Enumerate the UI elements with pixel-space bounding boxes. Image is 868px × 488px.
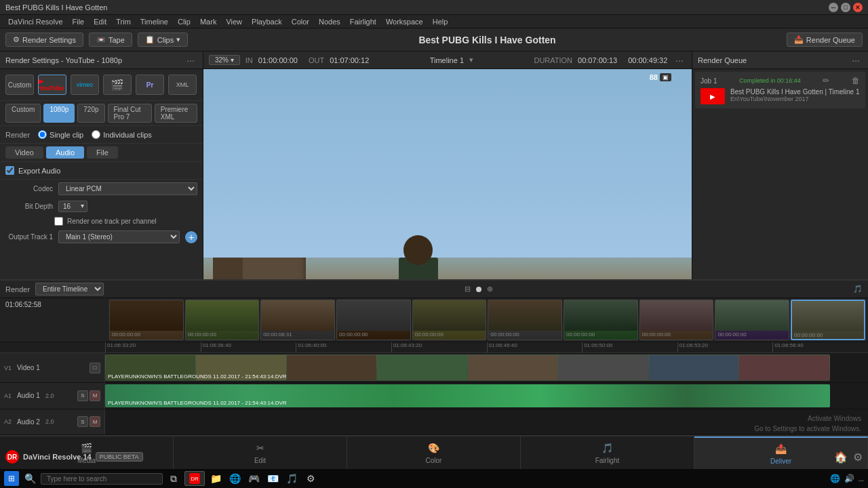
ruler-mark-4: 01:06:43:20: [391, 342, 487, 352]
clip-thumb-9[interactable]: 00:00:00:00 H.264: [715, 300, 789, 340]
taskbar-network-icon[interactable]: 🌐: [830, 474, 840, 483]
taskbar-task-view-icon[interactable]: ⧉: [165, 470, 182, 487]
taskbar-icon-music[interactable]: 🎵: [283, 470, 300, 487]
clip-thumb-5[interactable]: 00:00:00:00 H.264: [412, 300, 487, 340]
a2-m-button[interactable]: M: [90, 416, 100, 427]
settings-icon[interactable]: ⚙: [853, 451, 863, 464]
tab-video[interactable]: Video: [5, 146, 43, 159]
clip-thumb-6[interactable]: 00:00:00:00 H.264: [488, 300, 562, 340]
final-cut-button[interactable]: Final Cut Pro 7: [108, 104, 152, 123]
codec-select[interactable]: Linear PCM: [58, 182, 197, 195]
menu-workspace[interactable]: Workspace: [382, 16, 427, 27]
v1-controls: □: [90, 363, 100, 373]
v1-clip[interactable]: PLAYERUNKNOWN'S BATTLEGROUNDS 11.02.2017…: [105, 354, 830, 381]
menu-view[interactable]: View: [222, 16, 246, 27]
render-queue-menu-button[interactable]: ···: [849, 55, 863, 66]
timeline-ruler: 01:06:33:20 01:06:36:40 01:06:40:00 01:0…: [0, 342, 868, 353]
menu-timeline[interactable]: Timeline: [136, 16, 172, 27]
premiere-xml-preset-button[interactable]: XML: [168, 75, 197, 95]
job-edit-icon[interactable]: ✏: [823, 76, 829, 85]
clip-time-6: 00:00:00:00: [488, 331, 561, 338]
menu-davinci[interactable]: DaVinci Resolve: [4, 16, 67, 27]
tab-file[interactable]: File: [87, 146, 118, 159]
clip-thumb-3[interactable]: 00:00:08:31 H.264: [260, 300, 335, 340]
export-audio-checkbox[interactable]: [5, 166, 14, 175]
v1-mute-button[interactable]: □: [90, 363, 100, 373]
timeline-area: Render Entire Timeline ⊟ ⊕ 🎵 01:06:52:58…: [0, 279, 868, 435]
premiere-xml-size-button[interactable]: Premiere XML: [155, 104, 197, 123]
taskbar-icon-game[interactable]: 🎮: [245, 470, 262, 487]
taskbar-time: ...: [859, 475, 864, 483]
taskbar-volume-icon[interactable]: 🔊: [844, 474, 854, 483]
clip-thumb-2[interactable]: 00:00:00:00 H.264: [185, 300, 260, 340]
tab-fairlight[interactable]: 🎵 Fairlight: [521, 436, 694, 469]
menu-help[interactable]: Help: [429, 16, 452, 27]
maximize-button[interactable]: □: [841, 3, 850, 12]
menu-nodes[interactable]: Nodes: [315, 16, 344, 27]
bit-depth-value[interactable]: 16 ▾: [58, 201, 87, 212]
render-settings-button[interactable]: ⚙ Render Settings: [5, 33, 83, 47]
menu-color[interactable]: Color: [288, 16, 313, 27]
taskbar-icon-mail[interactable]: 📧: [264, 470, 281, 487]
job-delete-icon[interactable]: 🗑: [852, 76, 860, 85]
clip-thumb-10[interactable]: 00:00:00:00 H.264: [791, 300, 865, 340]
taskbar-icon-chrome[interactable]: 🌐: [226, 470, 243, 487]
individual-clips-option[interactable]: Individual clips: [92, 130, 152, 139]
tab-audio[interactable]: Audio: [46, 146, 84, 159]
film-preset-button[interactable]: 🎬: [103, 75, 132, 95]
menu-clip[interactable]: Clip: [174, 16, 195, 27]
clip-thumb-7[interactable]: 00:00:00:00 H.264: [564, 300, 638, 340]
clip-thumb-4[interactable]: 00:00:00:00 H.264: [336, 300, 411, 340]
clip-codec-1: H.264: [110, 338, 183, 340]
home-icon[interactable]: 🏠: [834, 451, 848, 464]
taskbar-icon-settings[interactable]: ⚙: [302, 470, 319, 487]
720p-button[interactable]: 720p: [77, 104, 104, 123]
taskbar-icon-explorer[interactable]: 📁: [208, 470, 224, 487]
a1-m-button[interactable]: M: [90, 390, 100, 401]
taskbar-app-davinci[interactable]: DR: [184, 471, 205, 486]
1080p-button[interactable]: 1080p: [43, 104, 75, 123]
menu-trim[interactable]: Trim: [112, 16, 135, 27]
clips-button[interactable]: 📋 Clips ▾: [138, 33, 188, 47]
menu-playback[interactable]: Playback: [248, 16, 286, 27]
custom-preset-button[interactable]: Custom: [5, 75, 34, 95]
render-queue-button[interactable]: 📥 Render Queue: [787, 33, 863, 47]
render-one-track-checkbox[interactable]: [54, 217, 63, 226]
zoom-control[interactable]: 32% ▾: [209, 55, 240, 65]
youtube-preset-button[interactable]: ▶ YouTube: [38, 75, 66, 95]
clip-thumb-8[interactable]: 00:00:00:00 H.264: [639, 300, 714, 340]
a1-s-button[interactable]: S: [77, 390, 88, 401]
youtube-thumb-icon: ▶: [710, 93, 715, 100]
tape-button[interactable]: 📼 Tape: [89, 33, 132, 47]
vimeo-preset-button[interactable]: vimeo: [71, 75, 99, 95]
windows-icon: ⊞: [8, 474, 15, 483]
zoom-thumb[interactable]: [476, 287, 481, 292]
menu-fairlight[interactable]: Fairlight: [346, 16, 380, 27]
single-clip-option[interactable]: Single clip: [38, 130, 83, 139]
taskbar-search-input[interactable]: [41, 473, 163, 485]
render-settings-menu-button[interactable]: ···: [184, 55, 197, 66]
preview-menu-button[interactable]: ···: [673, 55, 686, 66]
tab-color[interactable]: 🎨 Color: [347, 436, 521, 469]
a1-clip[interactable]: PLAYERUNKNOWN'S BATTLEGROUNDS 11.02.2017…: [105, 384, 830, 407]
job-id: Job 1: [701, 77, 717, 85]
toolbar-right: 📥 Render Queue: [787, 33, 863, 47]
output-track-select[interactable]: Main 1 (Stereo): [58, 230, 180, 243]
menu-edit[interactable]: Edit: [90, 16, 111, 27]
menu-file[interactable]: File: [68, 16, 89, 27]
clip-thumb-1[interactable]: 00:00:00:00 H.264: [109, 300, 184, 340]
premiere-preset-button[interactable]: Pr: [136, 75, 164, 95]
a2-s-button[interactable]: S: [77, 416, 88, 427]
clip-time-5: 00:00:00:00: [413, 331, 486, 338]
menu-mark[interactable]: Mark: [196, 16, 220, 27]
zoom-in-icon[interactable]: ⊕: [487, 285, 493, 293]
zoom-out-icon[interactable]: ⊟: [465, 285, 471, 293]
render-range-select[interactable]: Entire Timeline: [35, 283, 104, 296]
close-button[interactable]: ✕: [853, 3, 863, 12]
custom-size-button[interactable]: Custom: [5, 104, 41, 123]
start-button[interactable]: ⊞: [4, 471, 19, 486]
add-track-button[interactable]: +: [185, 231, 197, 243]
export-audio-checkbox-label[interactable]: Export Audio: [5, 166, 197, 175]
minimize-button[interactable]: ─: [829, 3, 838, 12]
tab-edit[interactable]: ✂ Edit: [174, 436, 347, 469]
